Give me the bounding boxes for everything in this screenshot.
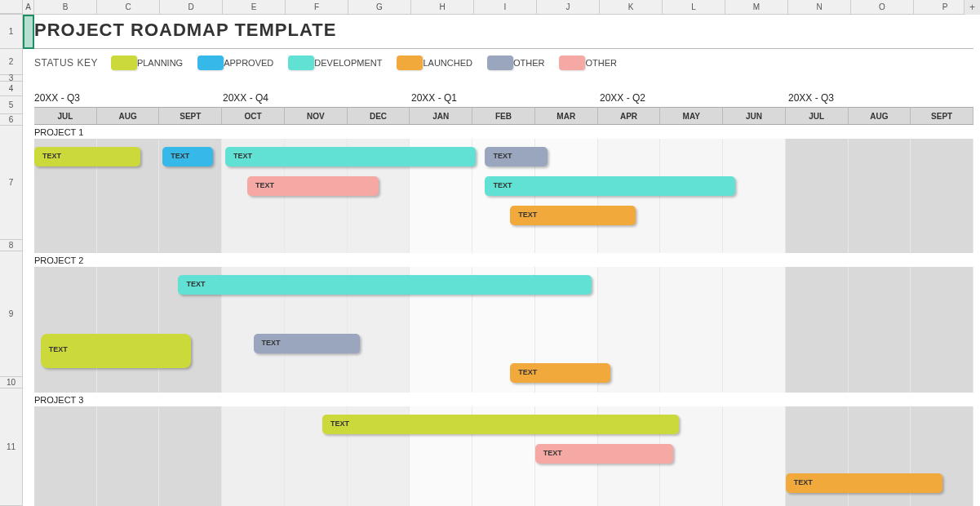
add-column-button[interactable]: + <box>964 0 980 15</box>
status-label: OTHER <box>513 58 545 68</box>
gantt-bar[interactable]: TEXT <box>254 334 360 353</box>
row-header-1[interactable]: 1 <box>0 15 22 49</box>
project-label: PROJECT 1 <box>34 127 83 137</box>
month-cell[interactable] <box>598 139 661 253</box>
month-cell[interactable] <box>34 406 97 506</box>
month-header: SEPT <box>911 108 973 124</box>
row-header-7[interactable]: 7 <box>0 126 22 240</box>
col-header-G[interactable]: G <box>348 0 411 14</box>
row-header-9[interactable]: 9 <box>0 251 22 377</box>
quarter-label: 20XX - Q1 <box>411 92 457 104</box>
col-header-A[interactable]: A <box>23 0 34 14</box>
gantt-bar[interactable]: TEXT <box>485 176 735 196</box>
month-header: JAN <box>410 108 472 124</box>
month-cell[interactable] <box>723 267 786 393</box>
status-swatch-other <box>487 55 513 70</box>
status-swatch-development <box>288 55 314 70</box>
sheet-canvas[interactable]: PROJECT ROADMAP TEMPLATE STATUS KEY PLAN… <box>23 15 980 506</box>
gantt-bar[interactable]: TEXT <box>41 334 191 368</box>
month-header-row: JULAUGSEPTOCTNOVDECJANFEBMARAPRMAYJUNJUL… <box>34 107 973 125</box>
status-key-row: STATUS KEY PLANNINGAPPROVEDDEVELOPMENTLA… <box>34 55 632 70</box>
col-header-O[interactable]: O <box>851 0 914 14</box>
month-cell[interactable] <box>660 267 723 393</box>
gantt-bar[interactable]: TEXT <box>162 147 212 166</box>
month-header: JUN <box>723 108 786 124</box>
row-header-3[interactable]: 3 <box>0 75 22 82</box>
status-label: PLANNING <box>137 58 183 68</box>
month-header: FEB <box>472 108 535 124</box>
gantt-bar[interactable]: TEXT <box>510 363 610 383</box>
select-all-corner[interactable] <box>0 0 23 14</box>
col-header-B[interactable]: B <box>34 0 97 14</box>
row-header-11[interactable]: 11 <box>0 388 22 506</box>
month-cell[interactable] <box>660 139 723 253</box>
col-header-K[interactable]: K <box>600 0 663 14</box>
col-header-H[interactable]: H <box>411 0 474 14</box>
row-header-5[interactable]: 5 <box>0 96 22 114</box>
month-cell[interactable] <box>849 139 911 253</box>
month-cell[interactable] <box>911 267 973 393</box>
month-header: APR <box>598 108 661 124</box>
gantt-bar[interactable]: TEXT <box>786 473 942 493</box>
col-header-C[interactable]: C <box>97 0 160 14</box>
month-header: JUL <box>786 108 849 124</box>
column-header-row: A B C D E F G H I J K L M N O P <box>0 0 980 15</box>
status-key-label: STATUS KEY <box>34 57 98 69</box>
month-cell[interactable] <box>723 139 786 253</box>
gantt-bar[interactable]: TEXT <box>225 147 476 166</box>
gantt-bar[interactable]: TEXT <box>535 444 673 464</box>
col-header-J[interactable]: J <box>537 0 600 14</box>
gantt-bar[interactable]: TEXT <box>485 147 548 166</box>
quarter-label: 20XX - Q3 <box>34 92 80 104</box>
month-cell[interactable] <box>97 267 160 393</box>
quarter-label: 20XX - Q3 <box>788 92 834 104</box>
row-header-8[interactable]: 8 <box>0 240 22 251</box>
status-swatch-launched <box>397 55 423 70</box>
month-header: MAR <box>535 108 598 124</box>
col-header-L[interactable]: L <box>663 0 725 14</box>
gantt-bar[interactable]: TEXT <box>510 206 635 225</box>
month-header: DEC <box>348 108 410 124</box>
month-header: SEPT <box>159 108 222 124</box>
month-header: OCT <box>222 108 285 124</box>
month-header: NOV <box>285 108 348 124</box>
month-cell[interactable] <box>222 406 285 506</box>
gantt-bar[interactable]: TEXT <box>322 415 679 434</box>
month-header: MAY <box>660 108 723 124</box>
row-header-6[interactable]: 6 <box>0 114 22 126</box>
col-header-E[interactable]: E <box>223 0 286 14</box>
col-header-N[interactable]: N <box>788 0 851 14</box>
col-header-D[interactable]: D <box>160 0 223 14</box>
month-cell[interactable] <box>786 139 849 253</box>
status-swatch-approved <box>197 55 224 70</box>
status-label: DEVELOPMENT <box>314 58 382 68</box>
status-swatch-planning <box>111 55 137 70</box>
status-label: OTHER <box>585 58 617 68</box>
row-header-10[interactable]: 10 <box>0 377 22 388</box>
page-title: PROJECT ROADMAP TEMPLATE <box>34 20 336 41</box>
project-label: PROJECT 2 <box>34 255 83 265</box>
col-header-I[interactable]: I <box>474 0 537 14</box>
quarter-label: 20XX - Q4 <box>223 92 268 104</box>
col-header-M[interactable]: M <box>725 0 788 14</box>
month-cell[interactable] <box>849 267 911 393</box>
col-header-F[interactable]: F <box>286 0 348 14</box>
gantt-bar[interactable]: TEXT <box>178 275 591 295</box>
month-header: JUL <box>34 108 97 124</box>
month-header: AUG <box>97 108 160 124</box>
quarter-label: 20XX - Q2 <box>600 92 645 104</box>
status-label: LAUNCHED <box>423 58 472 68</box>
month-cell[interactable] <box>723 406 786 506</box>
month-cell[interactable] <box>159 406 222 506</box>
row-header-col: 1234567891011 <box>0 15 23 506</box>
row-header-4[interactable]: 4 <box>0 82 22 96</box>
month-cell[interactable] <box>786 267 849 393</box>
status-label: APPROVED <box>224 58 273 68</box>
row-header-2[interactable]: 2 <box>0 49 22 75</box>
selected-cell-A1[interactable] <box>23 15 34 49</box>
month-cell[interactable] <box>34 267 97 393</box>
month-cell[interactable] <box>911 139 973 253</box>
gantt-bar[interactable]: TEXT <box>247 176 379 196</box>
gantt-bar[interactable]: TEXT <box>34 147 140 166</box>
month-cell[interactable] <box>97 406 160 506</box>
